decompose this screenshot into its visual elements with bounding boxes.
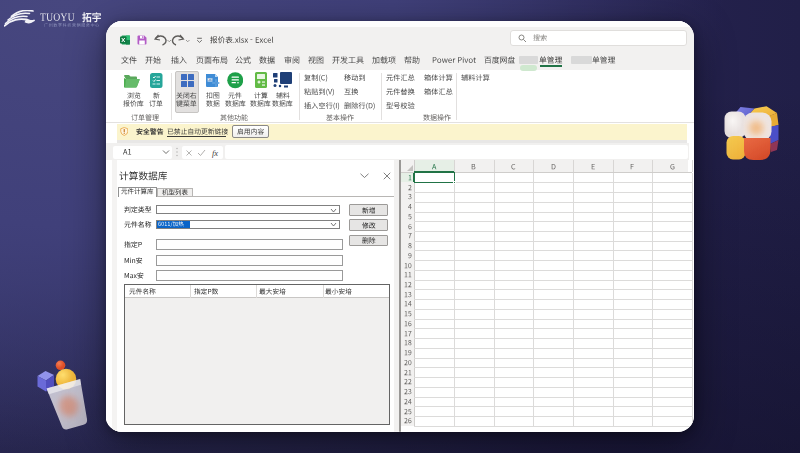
svg-text:CAD: CAD [207, 78, 213, 82]
svg-text:fx: fx [212, 148, 218, 158]
